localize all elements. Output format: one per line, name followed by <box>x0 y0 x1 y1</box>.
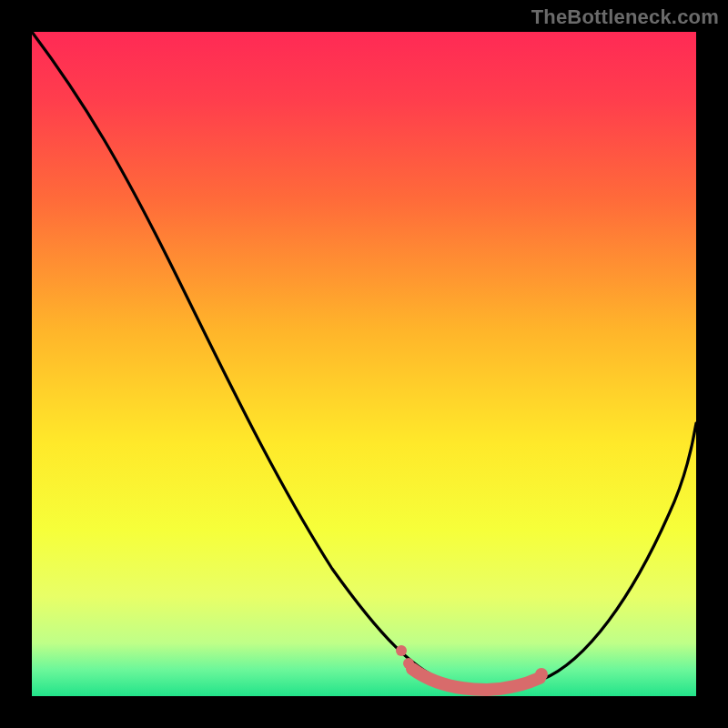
bottleneck-curve-svg <box>32 32 696 696</box>
bottleneck-curve-path <box>32 32 696 689</box>
watermark: TheBottleneck.com <box>531 5 719 29</box>
chart-plot-area <box>32 32 696 696</box>
optimal-zone-dot <box>403 658 414 669</box>
optimal-zone-path <box>412 669 540 690</box>
optimal-zone-dot <box>396 645 407 656</box>
optimal-zone-dot <box>535 668 548 681</box>
